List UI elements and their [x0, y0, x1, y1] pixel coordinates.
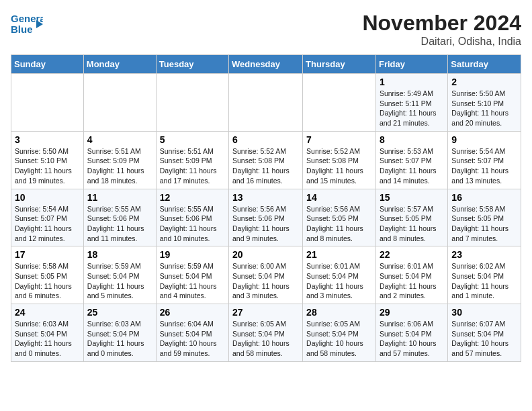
calendar-cell: 28Sunrise: 6:05 AM Sunset: 5:04 PM Dayli… — [303, 304, 376, 362]
day-info: Sunrise: 5:50 AM Sunset: 5:10 PM Dayligh… — [451, 89, 517, 128]
day-number: 16 — [451, 192, 517, 203]
day-info: Sunrise: 5:59 AM Sunset: 5:04 PM Dayligh… — [160, 261, 225, 301]
calendar-cell: 23Sunrise: 6:02 AM Sunset: 5:04 PM Dayli… — [448, 246, 521, 304]
day-number: 25 — [87, 307, 152, 318]
day-of-week-header: Monday — [83, 55, 156, 74]
day-info: Sunrise: 6:01 AM Sunset: 5:04 PM Dayligh… — [306, 261, 372, 301]
day-number: 14 — [306, 192, 372, 203]
calendar-cell: 5Sunrise: 5:51 AM Sunset: 5:09 PM Daylig… — [156, 131, 228, 189]
calendar-cell: 27Sunrise: 6:05 AM Sunset: 5:04 PM Dayli… — [229, 304, 303, 362]
day-info: Sunrise: 6:03 AM Sunset: 5:04 PM Dayligh… — [15, 319, 80, 359]
calendar-cell: 3Sunrise: 5:50 AM Sunset: 5:10 PM Daylig… — [11, 131, 84, 189]
day-of-week-header: Tuesday — [156, 55, 228, 74]
calendar-cell: 29Sunrise: 6:06 AM Sunset: 5:04 PM Dayli… — [375, 304, 447, 362]
calendar-cell: 26Sunrise: 6:04 AM Sunset: 5:04 PM Dayli… — [156, 304, 228, 362]
day-info: Sunrise: 6:02 AM Sunset: 5:04 PM Dayligh… — [451, 261, 517, 301]
day-number: 6 — [232, 134, 299, 145]
day-info: Sunrise: 6:05 AM Sunset: 5:04 PM Dayligh… — [232, 319, 299, 359]
day-info: Sunrise: 6:01 AM Sunset: 5:04 PM Dayligh… — [380, 261, 444, 301]
day-number: 18 — [87, 249, 152, 260]
title-block: November 2024 Daitari, Odisha, India — [362, 11, 521, 48]
day-info: Sunrise: 5:57 AM Sunset: 5:05 PM Dayligh… — [380, 204, 444, 244]
day-info: Sunrise: 6:04 AM Sunset: 5:04 PM Dayligh… — [160, 319, 225, 359]
day-number: 8 — [380, 134, 444, 145]
day-info: Sunrise: 5:54 AM Sunset: 5:07 PM Dayligh… — [451, 146, 517, 186]
day-info: Sunrise: 5:58 AM Sunset: 5:05 PM Dayligh… — [15, 261, 80, 301]
day-info: Sunrise: 5:52 AM Sunset: 5:08 PM Dayligh… — [232, 146, 299, 186]
day-info: Sunrise: 6:03 AM Sunset: 5:04 PM Dayligh… — [87, 319, 152, 359]
day-number: 3 — [15, 134, 80, 145]
day-info: Sunrise: 5:53 AM Sunset: 5:07 PM Dayligh… — [380, 146, 444, 186]
calendar-cell: 10Sunrise: 5:54 AM Sunset: 5:07 PM Dayli… — [11, 189, 84, 246]
calendar-cell: 2Sunrise: 5:50 AM Sunset: 5:10 PM Daylig… — [448, 74, 521, 132]
calendar-cell: 4Sunrise: 5:51 AM Sunset: 5:09 PM Daylig… — [83, 131, 156, 189]
day-info: Sunrise: 5:51 AM Sunset: 5:09 PM Dayligh… — [160, 146, 225, 186]
day-of-week-header: Sunday — [11, 55, 84, 74]
day-info: Sunrise: 5:56 AM Sunset: 5:05 PM Dayligh… — [306, 204, 372, 244]
day-number: 4 — [87, 134, 152, 145]
calendar-cell: 19Sunrise: 5:59 AM Sunset: 5:04 PM Dayli… — [156, 246, 228, 304]
day-number: 30 — [451, 307, 517, 318]
day-number: 11 — [87, 192, 152, 203]
day-info: Sunrise: 6:05 AM Sunset: 5:04 PM Dayligh… — [306, 319, 372, 359]
day-number: 23 — [451, 249, 517, 260]
calendar-cell: 24Sunrise: 6:03 AM Sunset: 5:04 PM Dayli… — [11, 304, 84, 362]
calendar-table: SundayMondayTuesdayWednesdayThursdayFrid… — [11, 54, 521, 362]
day-info: Sunrise: 5:58 AM Sunset: 5:05 PM Dayligh… — [451, 204, 517, 244]
day-info: Sunrise: 5:50 AM Sunset: 5:10 PM Dayligh… — [15, 146, 80, 186]
day-number: 13 — [232, 192, 299, 203]
day-of-week-header: Thursday — [303, 55, 376, 74]
calendar-cell: 30Sunrise: 6:07 AM Sunset: 5:04 PM Dayli… — [448, 304, 521, 362]
calendar-cell: 22Sunrise: 6:01 AM Sunset: 5:04 PM Dayli… — [375, 246, 447, 304]
day-number: 20 — [232, 249, 299, 260]
day-info: Sunrise: 6:07 AM Sunset: 5:04 PM Dayligh… — [451, 319, 517, 359]
day-info: Sunrise: 5:56 AM Sunset: 5:06 PM Dayligh… — [232, 204, 299, 244]
day-number: 9 — [451, 134, 517, 145]
day-number: 21 — [306, 249, 372, 260]
calendar-cell — [83, 74, 156, 132]
day-info: Sunrise: 5:51 AM Sunset: 5:09 PM Dayligh… — [87, 146, 152, 186]
day-number: 28 — [306, 307, 372, 318]
calendar-cell: 20Sunrise: 6:00 AM Sunset: 5:04 PM Dayli… — [229, 246, 303, 304]
calendar-cell: 18Sunrise: 5:59 AM Sunset: 5:04 PM Dayli… — [83, 246, 156, 304]
calendar-cell: 6Sunrise: 5:52 AM Sunset: 5:08 PM Daylig… — [229, 131, 303, 189]
calendar-cell: 11Sunrise: 5:55 AM Sunset: 5:06 PM Dayli… — [83, 189, 156, 246]
day-of-week-header: Saturday — [448, 55, 521, 74]
calendar-cell: 21Sunrise: 6:01 AM Sunset: 5:04 PM Dayli… — [303, 246, 376, 304]
day-number: 22 — [380, 249, 444, 260]
day-of-week-header: Wednesday — [229, 55, 303, 74]
day-number: 19 — [160, 249, 225, 260]
calendar-cell: 13Sunrise: 5:56 AM Sunset: 5:06 PM Dayli… — [229, 189, 303, 246]
day-number: 27 — [232, 307, 299, 318]
day-number: 7 — [306, 134, 372, 145]
calendar-cell: 7Sunrise: 5:52 AM Sunset: 5:08 PM Daylig… — [303, 131, 376, 189]
calendar-cell: 15Sunrise: 5:57 AM Sunset: 5:05 PM Dayli… — [375, 189, 447, 246]
day-number: 10 — [15, 192, 80, 203]
day-info: Sunrise: 6:06 AM Sunset: 5:04 PM Dayligh… — [380, 319, 444, 359]
calendar-cell — [303, 74, 376, 132]
day-number: 1 — [380, 77, 444, 87]
day-number: 24 — [15, 307, 80, 318]
day-number: 26 — [160, 307, 225, 318]
day-info: Sunrise: 5:59 AM Sunset: 5:04 PM Dayligh… — [87, 261, 152, 301]
calendar-cell — [229, 74, 303, 132]
calendar-cell: 12Sunrise: 5:55 AM Sunset: 5:06 PM Dayli… — [156, 189, 228, 246]
calendar-subtitle: Daitari, Odisha, India — [362, 36, 521, 48]
calendar-cell — [11, 74, 84, 132]
day-number: 15 — [380, 192, 444, 203]
day-number: 12 — [160, 192, 225, 203]
calendar-cell: 8Sunrise: 5:53 AM Sunset: 5:07 PM Daylig… — [375, 131, 447, 189]
calendar-title: November 2024 — [362, 11, 521, 36]
day-of-week-header: Friday — [375, 55, 447, 74]
day-info: Sunrise: 5:55 AM Sunset: 5:06 PM Dayligh… — [87, 204, 152, 244]
calendar-cell: 25Sunrise: 6:03 AM Sunset: 5:04 PM Dayli… — [83, 304, 156, 362]
day-info: Sunrise: 6:00 AM Sunset: 5:04 PM Dayligh… — [232, 261, 299, 301]
calendar-cell — [156, 74, 228, 132]
calendar-cell: 14Sunrise: 5:56 AM Sunset: 5:05 PM Dayli… — [303, 189, 376, 246]
logo: General Blue — [11, 11, 43, 40]
calendar-cell: 9Sunrise: 5:54 AM Sunset: 5:07 PM Daylig… — [448, 131, 521, 189]
day-info: Sunrise: 5:54 AM Sunset: 5:07 PM Dayligh… — [15, 204, 80, 244]
calendar-cell: 16Sunrise: 5:58 AM Sunset: 5:05 PM Dayli… — [448, 189, 521, 246]
svg-text:Blue: Blue — [11, 24, 33, 35]
day-number: 29 — [380, 307, 444, 318]
